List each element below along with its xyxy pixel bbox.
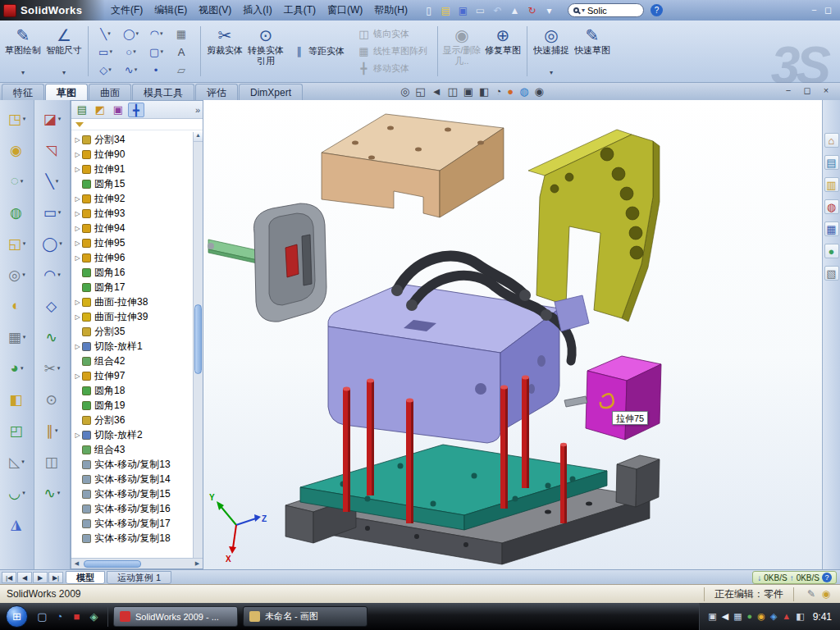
instant3d-icon[interactable]: ◮ <box>2 509 32 540</box>
file-explorer-icon[interactable]: ▥ <box>824 177 839 192</box>
zoom-area-icon[interactable]: ◱ <box>415 84 425 98</box>
line-tool[interactable]: ╲ ▾ <box>93 25 118 43</box>
mirror-entities-button[interactable]: ◫ 镜向实体 <box>355 26 430 42</box>
zoom-fit-icon[interactable]: ◎ <box>400 84 409 98</box>
doc-close-button[interactable]: × <box>820 85 832 96</box>
solidworks-quick-icon[interactable]: ■ <box>68 610 85 623</box>
expand-arrow-icon[interactable]: ▷ <box>73 151 82 158</box>
offset-entities-button[interactable]: ∥ 等距实体 <box>290 43 347 59</box>
chevron-right-icon[interactable]: » <box>195 105 200 115</box>
polygon-icon[interactable]: ◇ <box>38 290 67 322</box>
tab-scroll-button[interactable]: |◀ <box>2 572 16 583</box>
tree-item[interactable]: ▷ 拉伸90 <box>71 147 193 162</box>
draft-icon[interactable]: ◺ ▾ <box>2 446 32 477</box>
rapid-sketch-button[interactable]: ✎ 快速草图 <box>573 22 612 80</box>
tree-item[interactable]: 组合43 <box>71 442 193 457</box>
tree-item[interactable]: 实体-移动/复制15 <box>71 486 193 501</box>
tree-item[interactable]: ▷ 拉伸91 <box>71 162 193 176</box>
filter-icon[interactable] <box>75 122 84 127</box>
tab-scroll-button[interactable]: ◀ <box>17 572 32 583</box>
linear-pattern-icon[interactable]: ▦ ▾ <box>2 322 32 353</box>
media-icon[interactable]: ◈ <box>85 610 103 623</box>
graphics-area[interactable]: Y Z X 拉伸75 <box>203 100 822 569</box>
help-badge-icon[interactable]: ? <box>822 573 832 582</box>
plane-tool[interactable]: ▱ <box>169 61 194 79</box>
part-right-riser[interactable] <box>616 455 660 507</box>
browser-icon[interactable]: ◔ <box>51 610 68 623</box>
menu-item[interactable]: 文件(F) <box>105 0 148 21</box>
rectangle-icon[interactable]: ▭ ▾ <box>38 197 67 228</box>
restore-button[interactable]: ◻ <box>821 5 835 16</box>
ellipse-tool[interactable]: ○ ▾ <box>118 43 144 61</box>
rib-icon[interactable]: ◧ <box>2 384 32 415</box>
line-icon[interactable]: ╲ ▾ <box>38 166 67 197</box>
point-tool[interactable]: • <box>144 61 169 79</box>
tree-item[interactable]: 组合42 <box>71 354 193 368</box>
spline-icon[interactable]: ∿ <box>38 322 67 353</box>
print-icon[interactable]: ▭ <box>473 3 487 18</box>
appearance-icon[interactable]: ● <box>507 84 514 98</box>
update-icon[interactable]: ◉ <box>757 611 765 622</box>
arc-icon[interactable]: ◠ ▾ <box>38 259 67 290</box>
part-top-clamp-plate[interactable] <box>322 114 504 217</box>
arc-tool[interactable]: ◠ ▾ <box>144 25 169 43</box>
doc-restore-button[interactable]: ◻ <box>801 85 813 96</box>
tree-item[interactable]: ▷ 拉伸96 <box>71 250 193 265</box>
convert-entities-button[interactable]: ⊙ 转换实体引用 <box>246 22 285 80</box>
expand-arrow-icon[interactable]: ▷ <box>73 136 82 144</box>
usb-icon[interactable]: ◧ <box>796 611 804 622</box>
show-desktop-icon[interactable]: ▢ <box>34 610 51 623</box>
messenger-icon[interactable]: ◈ <box>770 611 777 622</box>
security-icon[interactable]: ● <box>747 611 753 622</box>
model-tab[interactable]: 运动算例 1 <box>107 571 171 584</box>
shell-icon[interactable]: ◰ <box>2 415 32 446</box>
design-library-icon[interactable]: ▤ <box>824 155 839 170</box>
linear-sketch-pattern-button[interactable]: ▦ 线性草图阵列 <box>355 43 430 59</box>
volume-icon[interactable]: ◀ <box>722 611 728 622</box>
command-tab[interactable]: 曲面 <box>89 84 131 100</box>
search-dropdown-icon[interactable]: ▾ <box>582 7 585 14</box>
previous-view-icon[interactable]: ◄ <box>431 84 442 98</box>
hole-wizard-icon[interactable]: ◎ ▾ <box>2 259 32 290</box>
extruded-cut-icon[interactable]: ◱ ▾ <box>2 228 32 259</box>
undo-icon[interactable]: ↶ <box>491 3 504 18</box>
revolved-cut-icon[interactable]: ◐ <box>2 290 32 322</box>
part-slide-block[interactable] <box>586 356 661 440</box>
save-icon[interactable]: ▣ <box>456 3 470 18</box>
configurationmanager-tab-icon[interactable]: ▣ <box>110 103 126 117</box>
fillet-icon[interactable]: ◕ ▾ <box>2 353 32 384</box>
scroll-left-icon[interactable]: ◀ <box>71 560 82 567</box>
trim-icon[interactable]: ✂ ▾ <box>38 353 67 384</box>
expand-arrow-icon[interactable]: ▷ <box>73 166 82 173</box>
section-view-icon[interactable]: ◫ <box>448 84 458 98</box>
command-tab[interactable]: 评估 <box>195 84 238 100</box>
task-button[interactable]: SolidWorks 2009 - ... <box>113 606 238 627</box>
repair-sketch-button[interactable]: ⊕ 修复草图 <box>483 22 523 80</box>
text-tool[interactable]: A <box>169 43 194 61</box>
expand-arrow-icon[interactable]: ▷ <box>73 240 82 247</box>
circle-tool[interactable]: ◯ ▾ <box>118 25 144 43</box>
appearances-icon[interactable]: ● <box>824 244 839 258</box>
freeform-icon[interactable]: ∿ ▾ <box>38 477 67 509</box>
part-ejector-rod[interactable] <box>208 240 261 264</box>
menu-item[interactable]: 工具(T) <box>278 0 322 21</box>
search-box[interactable]: ▾ <box>568 3 644 17</box>
tab-scroll-button[interactable]: ▶ <box>33 572 48 583</box>
tree-item[interactable]: 实体-移动/复制14 <box>71 472 193 486</box>
smart-dimension-icon[interactable]: ◹ <box>38 135 67 166</box>
display-delete-relations-button[interactable]: ◉ 显示/删除几.. <box>442 22 482 80</box>
tree-item[interactable]: 实体-移动/复制16 <box>71 501 193 516</box>
expand-arrow-icon[interactable]: ▷ <box>73 372 82 380</box>
sketch-tool-icon[interactable]: ◪ ▾ <box>38 103 67 135</box>
custom-properties-icon[interactable]: ▧ <box>824 266 839 281</box>
tree-item[interactable]: ▷ 分割34 <box>71 132 193 147</box>
tree-item[interactable]: ▷ 曲面-拉伸38 <box>71 294 193 309</box>
menu-item[interactable]: 编辑(E) <box>148 0 193 21</box>
task-button[interactable]: 未命名 - 画图 <box>243 606 368 627</box>
command-tab[interactable]: 模具工具 <box>132 84 194 100</box>
tree-item[interactable]: 实体-移动/复制13 <box>71 457 193 472</box>
offset-icon[interactable]: ∥ ▾ <box>38 415 67 446</box>
doc-minimize-button[interactable]: − <box>783 85 794 96</box>
extruded-boss-icon[interactable]: ◳ ▾ <box>2 103 32 135</box>
tree-item[interactable]: 实体-移动/复制18 <box>71 531 193 546</box>
